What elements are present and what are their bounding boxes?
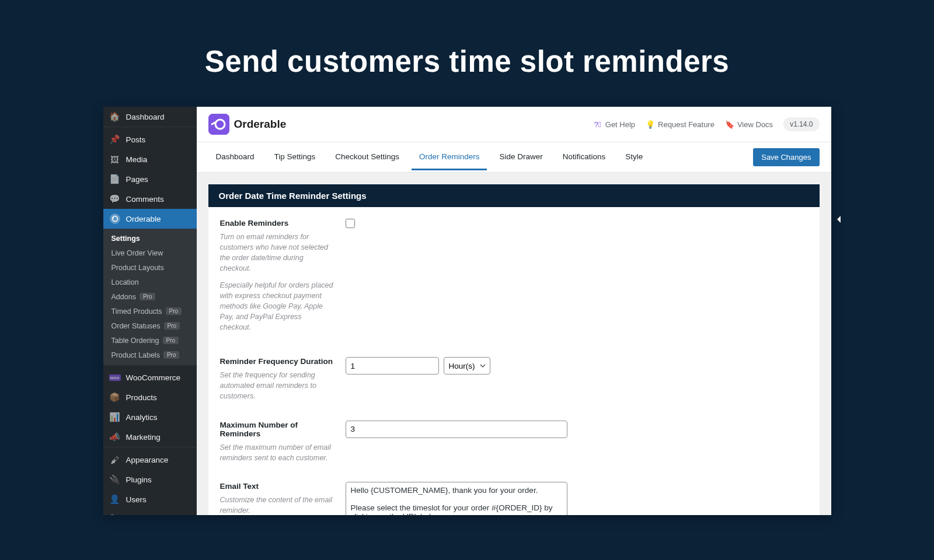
orderable-icon (109, 213, 121, 225)
settings-body: Order Date Time Reminder Settings Enable… (197, 173, 831, 515)
menu-dashboard[interactable]: 🏠Dashboard (103, 107, 197, 127)
pin-icon: 📌 (109, 134, 121, 145)
chart-icon: 📊 (109, 411, 121, 423)
tab-checkout-settings[interactable]: Checkout Settings (327, 145, 407, 170)
submenu-table-ordering[interactable]: Table OrderingPro (103, 333, 197, 348)
megaphone-icon: 📣 (109, 431, 121, 443)
submenu-order-statuses[interactable]: Order StatusesPro (103, 318, 197, 333)
pro-badge: Pro (163, 337, 179, 344)
submenu-live-order[interactable]: Live Order View (103, 246, 197, 260)
max-reminders-input[interactable] (346, 421, 567, 438)
setting-label: Enable Reminders (220, 219, 334, 228)
setting-label: Maximum Number of Reminders (220, 421, 334, 438)
products-icon: 📦 (109, 391, 121, 403)
submenu-product-labels[interactable]: Product LabelsPro (103, 348, 197, 362)
setting-label: Reminder Frequency Duration (220, 357, 334, 366)
pro-badge: Pro (163, 351, 180, 359)
setting-description: Set the frequency for sending automated … (220, 370, 334, 401)
menu-users[interactable]: 👤Users (103, 489, 197, 509)
version-pill: v1.14.0 (783, 117, 819, 131)
menu-woocommerce[interactable]: wooWooCommerce (103, 368, 197, 387)
email-text-textarea[interactable] (346, 482, 567, 515)
request-feature-link[interactable]: 💡Request Feature (646, 120, 715, 129)
gauge-icon: 🏠 (109, 111, 121, 123)
submenu-settings[interactable]: Settings (103, 231, 197, 246)
enable-reminders-checkbox[interactable] (346, 219, 355, 228)
menu-products[interactable]: 📦Products (103, 387, 197, 407)
tab-style[interactable]: Style (618, 145, 650, 170)
app-window: 🏠Dashboard 📌Posts 🖼Media 📄Pages 💬Comment… (103, 107, 831, 515)
comment-icon: 💬 (109, 193, 121, 205)
help-icon: ?⃝ (593, 120, 602, 129)
media-icon: 🖼 (109, 153, 121, 165)
save-changes-button[interactable]: Save Changes (753, 148, 819, 166)
orderable-logo-icon (208, 114, 229, 135)
submenu-product-layouts[interactable]: Product Layouts (103, 260, 197, 275)
menu-appearance[interactable]: 🖌Appearance (103, 450, 197, 470)
brand: Orderable (208, 114, 287, 135)
hero-title: Send customers time slot reminders (0, 44, 934, 79)
topbar-links: ?⃝Get Help 💡Request Feature 🔖View Docs v… (593, 117, 820, 131)
menu-orderable[interactable]: Orderable (103, 209, 197, 229)
submenu-timed-products[interactable]: Timed ProductsPro (103, 304, 197, 318)
menu-pages[interactable]: 📄Pages (103, 169, 197, 189)
menu-marketing[interactable]: 📣Marketing (103, 427, 197, 447)
menu-comments[interactable]: 💬Comments (103, 189, 197, 209)
setting-description: Customize the content of the email remin… (220, 495, 334, 515)
setting-description: Set the maximum number of email reminder… (220, 442, 334, 463)
panel-body: Enable Reminders Turn on email reminders… (208, 207, 820, 515)
svg-point-0 (110, 214, 120, 224)
tab-tip-settings[interactable]: Tip Settings (267, 145, 323, 170)
wp-admin-sidebar: 🏠Dashboard 📌Posts 🖼Media 📄Pages 💬Comment… (103, 107, 197, 515)
menu-posts[interactable]: 📌Posts (103, 130, 197, 149)
panel-title: Order Date Time Reminder Settings (208, 184, 820, 207)
pro-badge: Pro (166, 307, 182, 315)
book-icon: 🔖 (725, 120, 734, 129)
plugin-topbar: Orderable ?⃝Get Help 💡Request Feature 🔖V… (197, 107, 831, 142)
lightbulb-icon: 💡 (646, 120, 655, 129)
brand-name: Orderable (234, 118, 287, 131)
orderable-submenu: Settings Live Order View Product Layouts… (103, 229, 197, 365)
tab-dashboard[interactable]: Dashboard (208, 145, 262, 170)
plug-icon: 🔌 (109, 474, 121, 485)
menu-media[interactable]: 🖼Media (103, 149, 197, 169)
get-help-link[interactable]: ?⃝Get Help (593, 120, 635, 129)
setting-enable-reminders: Enable Reminders Turn on email reminders… (220, 219, 808, 338)
reminder-settings-panel: Order Date Time Reminder Settings Enable… (208, 184, 820, 515)
pro-badge: Pro (164, 322, 180, 330)
content-area: Orderable ?⃝Get Help 💡Request Feature 🔖V… (197, 107, 831, 515)
tab-notifications[interactable]: Notifications (555, 145, 614, 170)
submenu-location[interactable]: Location (103, 275, 197, 289)
view-docs-link[interactable]: 🔖View Docs (725, 120, 773, 129)
menu-analytics[interactable]: 📊Analytics (103, 407, 197, 427)
setting-description: Turn on email reminders for customers wh… (220, 232, 334, 332)
brush-icon: 🖌 (109, 454, 121, 466)
frequency-unit-select[interactable]: Hour(s) (444, 357, 490, 374)
setting-max-reminders: Maximum Number of Reminders Set the maxi… (220, 421, 808, 463)
setting-frequency: Reminder Frequency Duration Set the freq… (220, 357, 808, 401)
setting-label: Email Text (220, 482, 334, 491)
page-icon: 📄 (109, 173, 121, 185)
wrench-icon: 🔧 (109, 513, 121, 515)
pro-badge: Pro (140, 293, 156, 300)
tab-side-drawer[interactable]: Side Drawer (492, 145, 550, 170)
menu-tools[interactable]: 🔧Tools (103, 509, 197, 515)
frequency-value-input[interactable] (346, 357, 439, 374)
submenu-addons[interactable]: AddonsPro (103, 289, 197, 304)
menu-plugins[interactable]: 🔌Plugins (103, 470, 197, 489)
woo-icon: woo (109, 372, 121, 383)
setting-email-text: Email Text Customize the content of the … (220, 482, 808, 515)
settings-tabs: Dashboard Tip Settings Checkout Settings… (197, 142, 831, 173)
users-icon: 👤 (109, 494, 121, 505)
hero-banner: Send customers time slot reminders (0, 0, 934, 107)
tab-order-reminders[interactable]: Order Reminders (412, 145, 487, 170)
